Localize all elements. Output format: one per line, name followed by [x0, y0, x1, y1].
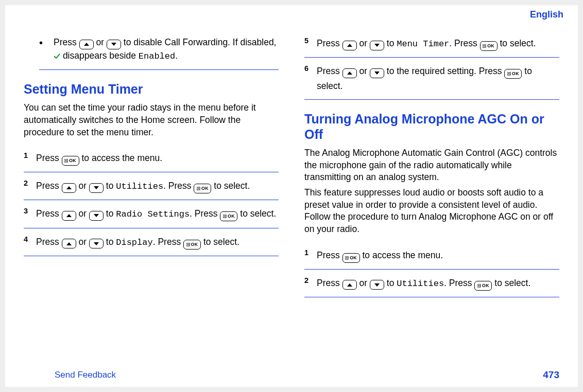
- down-button-icon: [89, 211, 104, 221]
- text-fragment: The Analog Microphone Automatic Gain Con…: [304, 148, 557, 182]
- bullet-disable-forwarding: • Press or to disable Call Forwarding. I…: [39, 36, 279, 70]
- ok-button-icon: OK: [220, 211, 237, 221]
- down-button-icon: [89, 183, 104, 193]
- down-button-icon: [107, 40, 121, 49]
- step-3: 3 Press or to Radio Settings. Press OK t…: [24, 203, 279, 228]
- code-text: Display: [116, 238, 152, 247]
- ok-button-icon: OK: [342, 253, 360, 263]
- step-4: 4 Press or to Display. Press OK to selec…: [24, 231, 279, 256]
- right-column: 5 Press or to Menu Timer. Press OK to se…: [304, 31, 559, 342]
- step-number: 2: [304, 276, 317, 291]
- up-button-icon: [342, 68, 357, 78]
- step-text: Press OK to access the menu.: [36, 151, 279, 166]
- ok-button-icon: OK: [62, 156, 79, 166]
- step-text: Press or to Display. Press OK to select.: [36, 235, 279, 250]
- text-fragment: Press: [54, 37, 79, 47]
- left-column: • Press or to disable Call Forwarding. I…: [24, 31, 279, 342]
- down-button-icon: [370, 68, 384, 78]
- step-text: Press OK to access the menu.: [317, 248, 559, 263]
- ok-button-icon: OK: [480, 41, 498, 51]
- step-number: 3: [24, 206, 36, 221]
- text-fragment: . Press: [449, 38, 479, 48]
- checkmark-icon: [54, 50, 60, 56]
- text-fragment: to: [106, 208, 116, 219]
- step-number: 6: [304, 64, 317, 93]
- down-button-icon: [89, 239, 104, 248]
- text-fragment: or: [78, 208, 89, 219]
- text-fragment: . Press: [444, 278, 474, 288]
- step-text: Press or to Utilities. Press OK to selec…: [317, 276, 559, 291]
- text-fragment: to access the menu.: [81, 153, 162, 163]
- text-fragment: to: [106, 181, 116, 191]
- step-number: 5: [304, 36, 317, 51]
- language-label: English: [530, 9, 563, 20]
- content-columns: • Press or to disable Call Forwarding. I…: [5, 5, 578, 342]
- up-button-icon: [342, 280, 357, 290]
- text-fragment: Press: [317, 38, 342, 48]
- step-2: 2 Press or to Utilities. Press OK to sel…: [24, 175, 279, 200]
- step-text: Press or to the required setting. Press …: [317, 64, 559, 93]
- text-fragment: to: [387, 38, 397, 48]
- up-button-icon: [62, 211, 76, 221]
- document-page: English • Press or to disable Call Forwa…: [5, 5, 578, 387]
- bullet-marker: •: [39, 36, 54, 62]
- text-fragment: Press: [36, 237, 62, 247]
- step-number: 2: [24, 179, 36, 193]
- text-fragment: This feature suppresses loud audio or bo…: [304, 187, 553, 234]
- text-fragment: or: [78, 181, 89, 191]
- text-fragment: or: [359, 278, 369, 288]
- bullet-text: Press or to disable Call Forwarding. If …: [54, 36, 279, 62]
- step-5: 5 Press or to Menu Timer. Press OK to se…: [304, 33, 559, 58]
- step-number: 1: [304, 248, 317, 263]
- text-fragment: . Press: [153, 237, 183, 247]
- code-text: Utilities: [397, 279, 444, 289]
- text-fragment: Press: [317, 278, 342, 288]
- text-fragment: to select.: [214, 181, 250, 191]
- ok-button-icon: OK: [183, 240, 201, 250]
- step-2-agc: 2 Press or to Utilities. Press OK to sel…: [304, 273, 559, 297]
- text-fragment: to select.: [494, 278, 530, 288]
- step-1: 1 Press OK to access the menu.: [24, 148, 279, 172]
- text-fragment: or: [96, 37, 106, 47]
- text-fragment: to select.: [500, 38, 536, 48]
- step-text: Press or to Menu Timer. Press OK to sele…: [317, 36, 559, 51]
- text-fragment: Press: [36, 208, 62, 219]
- text-fragment: to select.: [203, 237, 239, 247]
- up-button-icon: [342, 41, 357, 50]
- text-fragment: Press: [36, 181, 62, 191]
- page-number: 473: [543, 369, 559, 381]
- text-fragment: to disable Call Forwarding. If disabled,: [124, 37, 277, 47]
- down-button-icon: [370, 280, 384, 290]
- ok-button-icon: OK: [504, 69, 522, 79]
- text-fragment: Press: [36, 153, 62, 163]
- send-feedback-link[interactable]: Send Feedback: [55, 370, 116, 380]
- code-text: Utilities: [116, 182, 163, 191]
- ok-button-icon: OK: [474, 281, 492, 291]
- step-text: Press or to Radio Settings. Press OK to …: [36, 206, 279, 221]
- step-number: 1: [24, 151, 36, 166]
- code-text: Menu Timer: [397, 39, 449, 49]
- code-text: Enabled: [139, 51, 175, 61]
- text-fragment: disappears beside: [63, 50, 139, 61]
- text-fragment: to select.: [240, 208, 276, 219]
- up-button-icon: [79, 40, 94, 49]
- text-fragment: Press: [317, 66, 342, 76]
- step-6: 6 Press or to the required setting. Pres…: [304, 61, 559, 100]
- text-fragment: or: [359, 66, 369, 76]
- heading-analog-agc: Turning Analog Microphone AGC On or Off: [304, 111, 559, 142]
- text-fragment: or: [359, 38, 369, 48]
- text-fragment: . Press: [190, 208, 220, 219]
- text-fragment: . Press: [163, 181, 194, 191]
- ok-button-icon: OK: [194, 184, 211, 193]
- text-fragment: to access the menu.: [362, 250, 443, 260]
- text-fragment: to the required setting. Press: [387, 66, 505, 76]
- up-button-icon: [62, 239, 76, 248]
- text-fragment: to: [387, 278, 397, 288]
- up-button-icon: [62, 183, 76, 193]
- step-text: Press or to Utilities. Press OK to selec…: [36, 179, 279, 193]
- text-fragment: Press: [317, 250, 342, 260]
- text-fragment: or: [78, 237, 89, 247]
- intro-paragraph: The Analog Microphone Automatic Gain Con…: [304, 147, 559, 235]
- heading-setting-menu-timer: Setting Menu Timer: [24, 81, 279, 97]
- intro-paragraph: You can set the time your radio stays in…: [24, 102, 279, 138]
